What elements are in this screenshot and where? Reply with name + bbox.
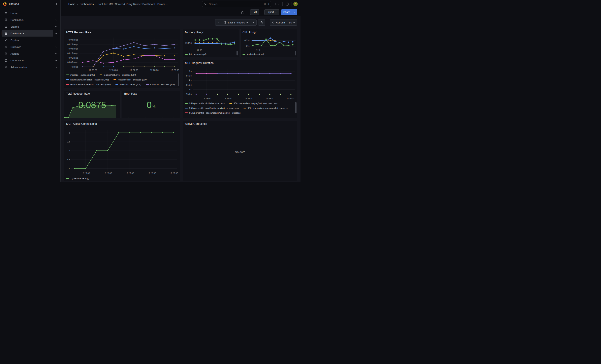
user-avatar[interactable] (293, 2, 298, 6)
legend-item[interactable]: 95th percentile - resources/templates/li… (185, 110, 240, 115)
legend-item[interactable]: 95th percentile - logging/setLevel - suc… (229, 101, 277, 106)
panel-title[interactable]: Error Rate (122, 91, 180, 96)
sidebar-item-dashboards[interactable]: Dashboards (2, 30, 53, 37)
expand-bookmarks-button[interactable] (53, 19, 59, 21)
legend-item[interactable]: 95th percentile - notifications/initiali… (185, 106, 239, 110)
sidebar-item-label: Dashboards (10, 32, 24, 35)
memory-usage-chart[interactable]: 16 MiB12:25 (183, 35, 239, 51)
breadcrumb-dashboards[interactable]: Dashboards (80, 3, 94, 6)
legend-item[interactable]: tools/call - success (200) (146, 82, 175, 87)
share-button[interactable]: Share (281, 9, 292, 15)
http-request-rate-chart[interactable]: 0 req/s0.005 req/s0.01 req/s0.015 req/s0… (64, 36, 180, 72)
export-button[interactable]: Export (264, 9, 279, 15)
svg-text:3: 3 (69, 132, 70, 134)
legend-item[interactable]: fetch-telemetry-0 (242, 52, 264, 57)
search-box[interactable]: ⌘+k (202, 1, 271, 7)
legend-item[interactable]: 95th percentile - resources/list - succe… (243, 106, 288, 110)
mcp-active-connections-chart[interactable]: 32.521.5112:25:0012:26:0012:27:0012:28:0… (64, 127, 180, 176)
sidebar-item-starred[interactable]: Starred (2, 23, 53, 30)
sidebar-item-drilldown[interactable]: Drilldown (2, 44, 53, 50)
svg-text:0%: 0% (246, 45, 250, 47)
stat-value-wrap: 0% (122, 100, 180, 109)
favorite-star-button[interactable] (240, 10, 245, 15)
time-range-picker[interactable]: Last 5 minutes (222, 19, 250, 26)
legend-item[interactable]: fetch-telemetry-0 (185, 52, 206, 57)
panel-title[interactable]: HTTP Request Rate (64, 30, 180, 36)
dashboard-toolbar: Edit Export Share (61, 8, 300, 16)
legend-item[interactable]: - (streamable-http) (66, 176, 89, 181)
chevron-down-icon (55, 46, 57, 48)
sidebar-toggle-button[interactable] (53, 2, 57, 6)
refresh-interval-picker[interactable]: 5s (287, 19, 297, 26)
error-rate-value: 0 (147, 100, 152, 110)
panel-title[interactable]: MCP Request Duration (183, 60, 297, 67)
breadcrumb-home[interactable]: Home (68, 3, 75, 6)
legend-item[interactable]: tools/call - error (404) (115, 82, 141, 87)
search-icon (204, 3, 207, 5)
panel-title[interactable]: Memory Usage (183, 30, 239, 35)
legend-item[interactable]: unknown - success (200) (100, 87, 129, 88)
refresh-button[interactable]: Refresh (270, 19, 287, 26)
sidebar-item-alerting[interactable]: Alerting (2, 50, 53, 57)
gear-icon (4, 66, 8, 69)
sidebar-item-home[interactable]: Home (2, 10, 53, 16)
svg-text:0.01 req/s: 0.01 req/s (69, 57, 78, 59)
help-button[interactable]: ? (284, 2, 290, 7)
sidebar-item-bookmarks[interactable]: Bookmarks (2, 17, 53, 23)
time-back-button[interactable] (215, 19, 222, 26)
legend-item[interactable]: tools/list - success (200) (66, 87, 95, 88)
expand-starred-button[interactable] (53, 26, 59, 28)
legend-item[interactable]: logging/setLevel - success (200) (100, 72, 137, 77)
sidebar-item-connections[interactable]: Connections (2, 57, 53, 64)
chevron-down-icon (246, 22, 248, 23)
legend-scrollbar[interactable] (295, 102, 297, 113)
expand-alerting-button[interactable] (53, 53, 59, 55)
svg-text:4.50 s: 4.50 s (186, 75, 191, 77)
divider (291, 2, 292, 6)
expand-connections-button[interactable] (53, 59, 59, 62)
edit-button[interactable]: Edit (250, 9, 259, 15)
add-new-button[interactable] (273, 2, 281, 6)
sidebar-item-administration[interactable]: Administration (2, 64, 53, 70)
svg-text:12:29:00: 12:29:00 (170, 172, 178, 175)
sidebar-item-explore[interactable]: Explore (2, 37, 53, 43)
legend-scrollbar[interactable] (237, 51, 238, 55)
svg-text:2.5: 2.5 (67, 140, 70, 143)
expand-dashboards-button[interactable] (53, 32, 59, 35)
legend-scrollbar[interactable] (295, 51, 296, 55)
expand-administration-button[interactable] (53, 66, 59, 68)
avatar-image (293, 2, 298, 6)
legend-item[interactable]: resources/list - success (200) (113, 77, 148, 82)
expand-drilldown-button[interactable] (53, 46, 59, 48)
panel-title[interactable]: CPU Usage (240, 30, 297, 35)
legend-item[interactable]: notifications/initialized - success (202… (66, 77, 109, 82)
sidebar-border (60, 0, 61, 182)
chart-svg: 32.521.5112:25:0012:26:0012:27:0012:28:0… (64, 127, 180, 176)
search-shortcut: ⌘+k (264, 3, 269, 5)
legend-item[interactable]: resources/templates/list - success (200) (66, 82, 111, 87)
time-forward-button[interactable] (250, 19, 257, 26)
panel-title[interactable]: MCP Active Connections (64, 121, 180, 127)
svg-text:0.005 req/s: 0.005 req/s (67, 61, 79, 63)
legend-scrollbar[interactable] (178, 74, 179, 86)
svg-text:12:26:00: 12:26:00 (109, 69, 118, 71)
svg-text:12:25:00: 12:25:00 (89, 69, 97, 71)
svg-text:12:26:00: 12:26:00 (103, 172, 112, 175)
zoom-out-button[interactable] (258, 19, 265, 26)
top-navigation-bar: Grafana Home › Dashboards › ToolHive MCP… (0, 0, 300, 8)
mcp-request-duration-chart[interactable]: 5 s4.50 s4 s3.50 s3 s2.50 s12:25:0012:26… (183, 67, 297, 100)
search-input[interactable] (209, 2, 262, 6)
chevron-down-icon (55, 32, 57, 35)
svg-text:12:27:00: 12:27:00 (244, 97, 253, 100)
chevron-down-icon (55, 66, 57, 68)
duration-legend: 95th percentile - initialize - success95… (183, 100, 297, 118)
svg-text:0.03 req/s: 0.03 req/s (69, 39, 78, 41)
cpu-usage-chart[interactable]: 0.2%0%12:25 (240, 35, 297, 51)
panel-title[interactable]: Active Goroutines (183, 121, 297, 127)
legend-item[interactable]: 95th percentile - initialize - success (185, 101, 225, 106)
svg-text:12:27:00: 12:27:00 (125, 172, 134, 175)
panel-title[interactable]: Total Request Rate (64, 91, 120, 96)
dashboards-icon (4, 32, 8, 35)
share-menu-button[interactable] (292, 9, 297, 15)
legend-item[interactable]: initialize - success (200) (66, 72, 95, 77)
